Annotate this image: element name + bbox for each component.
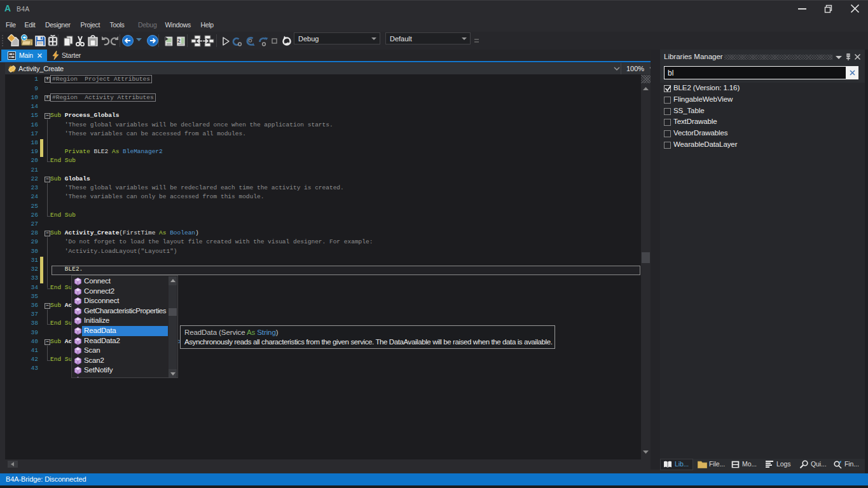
svg-text:2: 2 <box>177 37 181 44</box>
